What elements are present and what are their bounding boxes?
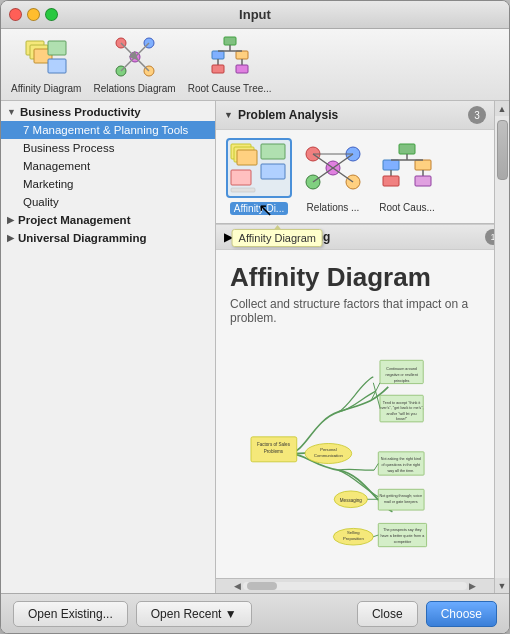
close-button[interactable]: Close xyxy=(357,601,418,627)
svg-text:principles: principles xyxy=(394,379,410,383)
triangle-project: ▶ xyxy=(7,215,14,225)
scroll-down-arrow[interactable]: ▼ xyxy=(495,578,510,593)
svg-line-39 xyxy=(333,168,353,182)
preview-inner: Affinity Diagram Collect and structure f… xyxy=(216,250,494,578)
svg-text:Not getting through; voice: Not getting through; voice xyxy=(379,494,422,498)
svg-rect-22 xyxy=(212,65,224,73)
svg-rect-41 xyxy=(399,144,415,154)
svg-rect-16 xyxy=(212,51,224,59)
svg-rect-23 xyxy=(236,65,248,73)
sidebar: ▼ Business Productivity 7 Management & P… xyxy=(1,101,216,593)
svg-rect-14 xyxy=(224,37,236,45)
bottom-bar-right: Close Choose xyxy=(357,601,497,627)
scroll-thumb[interactable] xyxy=(497,120,508,180)
sidebar-group-header-universal[interactable]: ▶ Universal Diagramming xyxy=(1,229,215,247)
svg-rect-26 xyxy=(237,150,257,165)
svg-line-37 xyxy=(333,154,353,168)
scroll-up-arrow[interactable]: ▲ xyxy=(495,101,510,116)
diagram-area: Factors of Sales Problems Personal Commu… xyxy=(230,337,480,570)
svg-rect-28 xyxy=(261,164,285,179)
minimize-button[interactable] xyxy=(27,8,40,21)
svg-line-12 xyxy=(121,57,135,71)
sidebar-group-header-project[interactable]: ▶ Project Management xyxy=(1,211,215,229)
svg-text:Factors of Sales: Factors of Sales xyxy=(257,442,291,447)
svg-text:negative or resilient: negative or resilient xyxy=(385,373,418,377)
relations-thumb xyxy=(300,138,366,198)
svg-text:Continuum around: Continuum around xyxy=(386,367,417,371)
affinity-diagram-icon xyxy=(24,35,68,79)
svg-text:and/or "will let you: and/or "will let you xyxy=(387,412,417,416)
svg-rect-3 xyxy=(48,41,66,55)
svg-text:know!": know!" xyxy=(396,417,408,421)
sidebar-group-label-universal: Universal Diagramming xyxy=(18,232,146,244)
sidebar-item-7-management[interactable]: 7 Management & Planning Tools xyxy=(1,121,215,139)
svg-text:Selling: Selling xyxy=(347,530,360,535)
toolbar-affinity-diagram[interactable]: Affinity Diagram xyxy=(11,35,81,94)
open-existing-button[interactable]: Open Existing... xyxy=(13,601,128,627)
horizontal-scrollbar[interactable]: ◀ ▶ xyxy=(216,578,494,593)
triangle-universal: ▶ xyxy=(7,233,14,243)
svg-rect-49 xyxy=(383,176,399,186)
scroll-right-arrow[interactable]: ▶ xyxy=(467,581,478,591)
svg-text:mail or gate keepers: mail or gate keepers xyxy=(384,500,418,504)
svg-text:Not asking the right kind: Not asking the right kind xyxy=(381,457,421,461)
bottom-bar-left: Open Existing... Open Recent ▼ xyxy=(13,601,252,627)
svg-rect-4 xyxy=(48,59,66,73)
window-title: Input xyxy=(239,7,271,22)
choose-button[interactable]: Choose xyxy=(426,601,497,627)
main-content: ▼ Business Productivity 7 Management & P… xyxy=(1,101,509,593)
open-recent-button[interactable]: Open Recent ▼ xyxy=(136,601,252,627)
toolbar-relations-label: Relations Diagram xyxy=(93,83,175,94)
svg-line-10 xyxy=(121,43,135,57)
template-grid: Affinity Di... ↖ Affinity Diagram xyxy=(216,130,494,223)
problem-analysis-header[interactable]: ▼ Problem Analysis 3 xyxy=(216,101,494,130)
sidebar-item-marketing[interactable]: Marketing xyxy=(1,175,215,193)
sidebar-group-label-business: Business Productivity xyxy=(20,106,141,118)
h-scroll-thumb[interactable] xyxy=(247,582,277,590)
template-card-root-cause[interactable]: Root Caus... xyxy=(374,138,440,213)
toolbar-relations-diagram[interactable]: Relations Diagram xyxy=(93,35,175,94)
preview-section: Affinity Diagram Collect and structure f… xyxy=(216,250,509,593)
right-scrollbar[interactable]: ▲ ▼ xyxy=(494,101,509,593)
svg-rect-27 xyxy=(261,144,285,159)
svg-rect-17 xyxy=(236,51,248,59)
svg-text:Tend to accept "think it: Tend to accept "think it xyxy=(383,401,421,405)
template-card-affinity[interactable]: Affinity Di... ↖ Affinity Diagram xyxy=(226,138,292,215)
triangle-problem: ▼ xyxy=(224,110,233,120)
sidebar-item-business-process[interactable]: Business Process xyxy=(1,139,215,157)
problem-analysis-title: Problem Analysis xyxy=(238,108,338,122)
svg-text:over's", "get back to me's",: over's", "get back to me's", xyxy=(380,406,424,410)
svg-rect-29 xyxy=(231,170,251,185)
sidebar-group-universal: ▶ Universal Diagramming xyxy=(1,229,215,247)
sidebar-item-quality[interactable]: Quality xyxy=(1,193,215,211)
bottom-bar: Open Existing... Open Recent ▼ Close Cho… xyxy=(1,593,509,633)
svg-line-13 xyxy=(135,57,149,71)
relations-name: Relations ... xyxy=(307,202,360,213)
affinity-thumb xyxy=(226,138,292,198)
svg-line-86 xyxy=(373,535,378,537)
preview-title: Affinity Diagram xyxy=(230,262,480,293)
maximize-button[interactable] xyxy=(45,8,58,21)
svg-text:way all the time.: way all the time. xyxy=(387,469,414,473)
root-cause-icon xyxy=(208,35,252,79)
close-button[interactable] xyxy=(9,8,22,21)
svg-text:competitor: competitor xyxy=(394,540,412,544)
template-card-relations[interactable]: Relations ... xyxy=(300,138,366,213)
svg-rect-44 xyxy=(415,160,431,170)
problem-analysis-count: 3 xyxy=(468,106,486,124)
affinity-name: Affinity Di... xyxy=(230,202,288,215)
sidebar-group-project: ▶ Project Management xyxy=(1,211,215,229)
svg-rect-43 xyxy=(383,160,399,170)
sidebar-item-management[interactable]: Management xyxy=(1,157,215,175)
scroll-left-arrow[interactable]: ◀ xyxy=(232,581,243,591)
root-cause-name: Root Caus... xyxy=(379,202,435,213)
toolbar-root-cause[interactable]: Root Cause Tree... xyxy=(188,35,272,94)
svg-text:Communication: Communication xyxy=(314,453,344,458)
preview-subtitle: Collect and structure factors that impac… xyxy=(230,297,480,325)
sidebar-group-business: ▼ Business Productivity 7 Management & P… xyxy=(1,103,215,211)
svg-line-84 xyxy=(374,463,378,470)
sidebar-group-header-business[interactable]: ▼ Business Productivity xyxy=(1,103,215,121)
right-panel: ▲ ▼ ▼ Problem Analysis 3 xyxy=(216,101,509,593)
sidebar-group-label-project: Project Management xyxy=(18,214,130,226)
svg-text:Personal: Personal xyxy=(320,447,336,452)
